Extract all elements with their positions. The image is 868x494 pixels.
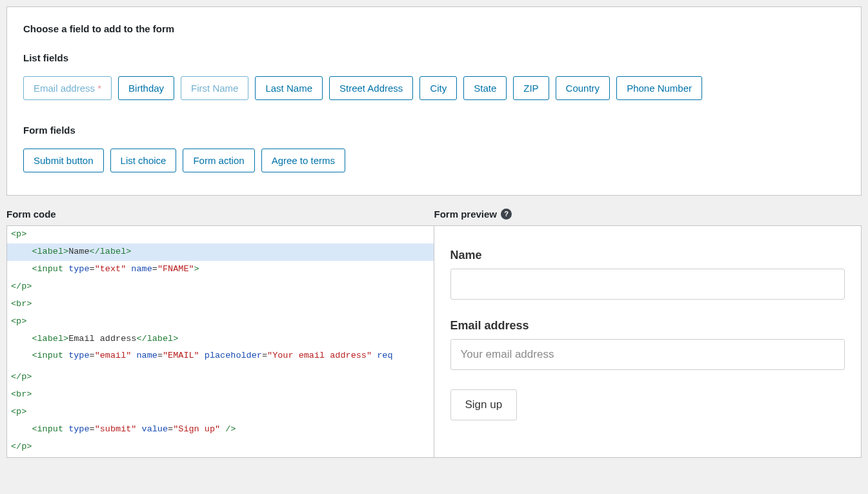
list-fields-section: List fields Email address *BirthdayFirst…	[23, 52, 845, 100]
lower-row: Form code <p> <label>Name</label> <input…	[6, 207, 862, 458]
form-field-button[interactable]: Form action	[183, 149, 254, 172]
preview-name-input[interactable]	[450, 269, 845, 300]
code-line[interactable]: <input type="email" name="EMAIL" placeho…	[7, 347, 434, 365]
list-field-button[interactable]: Phone Number	[616, 76, 702, 100]
list-field-button[interactable]: ZIP	[513, 76, 549, 100]
code-line[interactable]: <label>Email address</label>	[7, 331, 434, 348]
field-chooser-panel: Choose a field to add to the form List f…	[6, 6, 862, 196]
list-fields-title: List fields	[23, 52, 845, 63]
form-preview-heading: Form preview	[434, 209, 498, 220]
code-line[interactable]: </p>	[7, 369, 434, 386]
preview-name-label: Name	[450, 249, 845, 262]
field-label: Phone Number	[627, 83, 692, 94]
help-icon[interactable]: ?	[501, 209, 512, 220]
field-label: ZIP	[523, 83, 538, 94]
required-asterisk: *	[97, 83, 101, 94]
preview-email-input[interactable]	[450, 339, 845, 370]
field-label: Email address	[34, 83, 95, 94]
list-fields-buttons: Email address *BirthdayFirst NameLast Na…	[23, 76, 845, 100]
code-line[interactable]: </p>	[7, 278, 434, 296]
form-field-button[interactable]: List choice	[110, 149, 177, 172]
form-field-button[interactable]: Agree to terms	[261, 149, 345, 172]
panel-heading: Choose a field to add to the form	[23, 23, 845, 34]
code-line[interactable]: </p>	[7, 438, 434, 456]
list-field-button: First Name	[181, 76, 248, 100]
list-field-button: Email address *	[23, 76, 112, 100]
code-line[interactable]: <br>	[7, 296, 434, 313]
code-editor[interactable]: <p> <label>Name</label> <input type="tex…	[6, 225, 434, 458]
list-field-button[interactable]: Street Address	[329, 76, 413, 100]
form-fields-section: Form fields Submit buttonList choiceForm…	[23, 125, 845, 172]
form-code-column: Form code <p> <label>Name</label> <input…	[6, 207, 434, 458]
list-field-button[interactable]: Country	[556, 76, 611, 100]
code-line[interactable]: <input type="submit" value="Sign up" />	[7, 421, 434, 438]
field-label: Street Address	[339, 83, 403, 94]
field-label: Birthday	[128, 83, 164, 94]
code-line[interactable]: <br>	[7, 386, 434, 404]
code-line[interactable]: <p>	[7, 226, 434, 243]
list-field-button[interactable]: Last Name	[255, 76, 323, 100]
form-code-heading: Form code	[6, 209, 56, 220]
preview-email-label: Email address	[450, 319, 845, 333]
code-line[interactable]: <input type="text" name="FNAME">	[7, 261, 434, 278]
list-field-button[interactable]: State	[463, 76, 507, 100]
form-fields-title: Form fields	[23, 125, 845, 136]
field-label: Last Name	[265, 83, 312, 94]
list-field-button[interactable]: Birthday	[118, 76, 174, 100]
form-preview-column: Form preview ? Name Email address Sign u…	[434, 207, 862, 458]
list-field-button[interactable]: City	[419, 76, 457, 100]
preview-submit-button[interactable]: Sign up	[450, 389, 518, 420]
code-line[interactable]: <p>	[7, 313, 434, 331]
field-label: Country	[566, 83, 600, 94]
form-field-button[interactable]: Submit button	[23, 149, 104, 172]
code-line[interactable]: <p>	[7, 404, 434, 421]
code-line[interactable]: <label>Name</label>	[7, 243, 434, 261]
field-label: City	[430, 83, 447, 94]
field-label: First Name	[191, 83, 238, 94]
form-preview-panel: Name Email address Sign up	[434, 225, 862, 458]
field-label: State	[474, 83, 496, 94]
form-fields-buttons: Submit buttonList choiceForm actionAgree…	[23, 149, 845, 172]
